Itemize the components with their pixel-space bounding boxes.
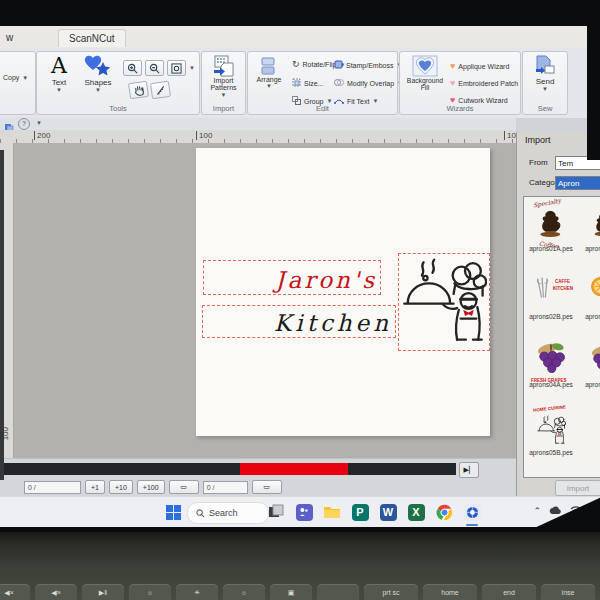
ribbon-group-clipboard: Copy ▼ (0, 51, 36, 115)
key-brightness[interactable]: ☀ (176, 584, 218, 600)
caret-icon: ▼ (22, 75, 28, 81)
text-tool-label: Text (43, 78, 75, 87)
windows-start-button[interactable] (166, 505, 181, 520)
shapes-tool-button[interactable]: Shapes ▼ (79, 54, 117, 93)
excel-icon[interactable]: X (406, 502, 426, 522)
text-tool-icon: A (43, 54, 75, 78)
key-blank[interactable] (317, 584, 359, 600)
applique-wizard-button[interactable]: ♥ Applique Wizard (450, 62, 509, 71)
help-icon[interactable]: ? (18, 118, 30, 130)
pattern-thumbnail-list: Specialty Coffee aprons01A.pes aprons01B… (523, 196, 600, 478)
tray-chevron-icon[interactable]: ⌃ (533, 506, 541, 517)
text-tool-button[interactable]: A Text ▼ (43, 54, 75, 93)
zoom-fit-button[interactable] (167, 60, 186, 76)
shapes-icon (79, 54, 117, 78)
thumbnail-aprons04B[interactable]: aprons04B.pes (580, 337, 600, 388)
frame-forward-button[interactable]: ▭ (252, 480, 282, 494)
caret-icon: ▼ (43, 87, 75, 93)
task-view-icon[interactable] (266, 502, 286, 522)
zoom-in-button[interactable] (123, 60, 142, 76)
background-fill-button[interactable]: Background Fill (403, 55, 447, 91)
forward-100-button[interactable]: +100 (137, 480, 165, 494)
import-group-label: Import (202, 104, 245, 113)
stitch-simulator: ▶▏ 0 / +1 +10 +100 ▭ 0 / ▭ (0, 458, 516, 497)
send-button[interactable]: Send ▼ (529, 55, 561, 92)
design-page[interactable]: Jaron's Kitchen (196, 148, 490, 436)
category-dropdown[interactable]: Apron (555, 176, 600, 190)
import-confirm-button[interactable]: Import (555, 480, 600, 496)
embroidered-patch-label: Embroidered Patch (458, 80, 518, 87)
design-workspace[interactable]: 100 Jaron's Kitchen (0, 143, 516, 458)
key-end[interactable]: end (482, 584, 536, 600)
thumb-filename: aprons01B.pes (580, 245, 600, 252)
key-project-display[interactable]: ▣ (270, 584, 312, 600)
file-explorer-icon[interactable] (322, 502, 342, 522)
zoom-out-button[interactable] (145, 60, 164, 76)
sew-group-label: Sew (523, 104, 567, 113)
photo-left-edge (0, 150, 4, 480)
key-brightness-up[interactable]: ☼ (223, 584, 265, 600)
coffee-pot-art (534, 207, 568, 239)
tab-scanncut[interactable]: ScanNCut (58, 29, 126, 47)
key-home[interactable]: home (423, 584, 477, 600)
caret-icon: ▼ (189, 65, 195, 71)
import-patterns-button[interactable]: Import Patterns ▼ (207, 55, 240, 98)
thumbnail-aprons01B[interactable]: aprons01B.pes (580, 201, 600, 252)
word-icon[interactable]: W (378, 502, 398, 522)
modify-overlap-label: Modify Overlap (347, 80, 394, 87)
embroidered-patch-button[interactable]: ♥ Embroidered Patch (450, 79, 518, 88)
color-counter-field[interactable]: 0 / (203, 481, 248, 494)
teams-icon[interactable] (294, 502, 314, 522)
stitch-timeline[interactable] (0, 463, 456, 475)
modify-overlap-button[interactable]: Modify Overlap ▼ (334, 78, 403, 88)
forward-10-button[interactable]: +10 (109, 480, 133, 494)
key-play-pause[interactable]: ▶‖ (82, 584, 124, 600)
simulator-play-button[interactable]: ▶▏ (459, 462, 479, 478)
measure-button[interactable] (150, 81, 171, 99)
orange-art (585, 271, 600, 305)
key-volume[interactable]: ◀» (35, 584, 77, 600)
zoom-buttons: ▼ (123, 60, 195, 76)
key-brightness-down[interactable]: ☼ (129, 584, 171, 600)
background-fill-label2: Fill (403, 84, 447, 91)
key-insert[interactable]: inse (541, 584, 595, 600)
thumb-art-text: KITCHEN (553, 286, 573, 291)
thumbnail-aprons01A[interactable]: Specialty Coffee aprons01A.pes (524, 201, 578, 252)
laptop-photo: w ScanNCut Copy ▼ A Text ▼ (0, 0, 600, 600)
design-text-line1[interactable]: Jaron's (275, 267, 377, 293)
thumb-filename: aprons04B.pes (580, 381, 600, 388)
key-mute[interactable]: ◀× (0, 584, 30, 600)
size-button[interactable]: Size... (292, 78, 323, 88)
bezel-right (587, 0, 600, 160)
patch-heart-icon: ♥ (450, 79, 455, 88)
quickbar-caret-icon[interactable]: ▼ (36, 120, 42, 126)
chrome-icon[interactable] (434, 502, 454, 522)
import-panel: Import From Tem Category Apron Specialty… (516, 132, 600, 496)
thumbnail-aprons04A[interactable]: FRESH GRAPES aprons04A.pes (524, 337, 578, 388)
copy-button[interactable]: Copy ▼ (3, 74, 28, 81)
taskbar-search[interactable]: Search (187, 502, 269, 524)
import-patterns-icon (207, 55, 240, 77)
design-text-line2[interactable]: Kitchen (274, 310, 392, 336)
ribbon-tab-bar: w ScanNCut (0, 26, 600, 49)
key-print-screen[interactable]: prt sc (364, 584, 418, 600)
send-label: Send (529, 77, 561, 86)
frame-back-button[interactable]: ▭ (169, 480, 199, 494)
thumbnail-aprons03A[interactable]: MON aprons03A.pes (580, 269, 600, 320)
tray-cloud-icon[interactable] (549, 506, 562, 517)
selection-box-line2[interactable]: Kitchen (202, 305, 396, 338)
publisher-icon[interactable]: P (350, 502, 370, 522)
thumbnail-aprons05B[interactable]: HOME CUISINE aprons05B.pes (524, 405, 578, 456)
forward-1-button[interactable]: +1 (85, 480, 105, 494)
stitch-counter-field[interactable]: 0 / (24, 481, 81, 494)
simulator-controls: 0 / +1 +10 +100 ▭ 0 / ▭ (0, 479, 282, 495)
thumb-filename: aprons02B.pes (524, 313, 578, 320)
stamp-emboss-button[interactable]: Stamp/Emboss ▼ (334, 60, 402, 70)
selection-box-chef[interactable] (398, 253, 490, 351)
selection-box-line1[interactable]: Jaron's (203, 260, 381, 295)
tab-view-partial[interactable]: w (0, 29, 23, 46)
arrange-button[interactable]: Arrange ▼ (252, 56, 286, 89)
thumbnail-aprons02B[interactable]: CAFFE KITCHEN aprons02B.pes (524, 269, 578, 320)
pe-design-app-icon[interactable] (462, 502, 482, 522)
pan-hand-button[interactable] (128, 81, 149, 99)
